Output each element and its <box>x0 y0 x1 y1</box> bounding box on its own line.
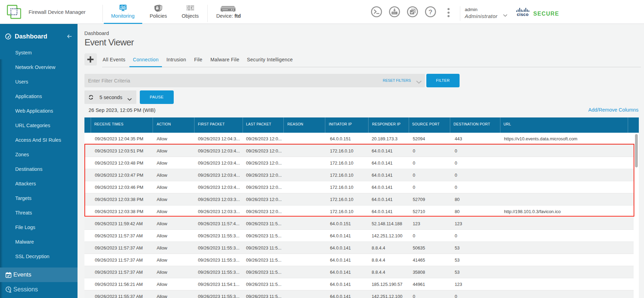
svg-text:cisco: cisco <box>517 12 528 17</box>
svg-text:?: ? <box>428 8 432 15</box>
